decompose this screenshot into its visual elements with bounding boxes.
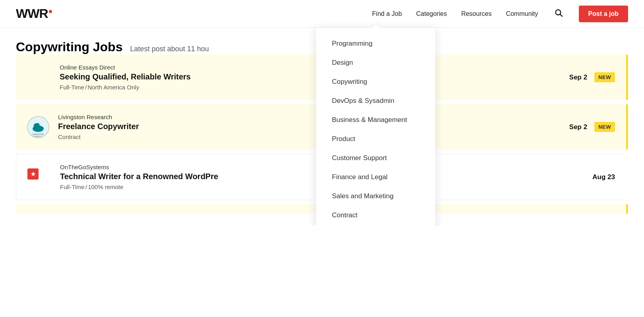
- logo-text: WWR: [16, 6, 48, 21]
- livingston-logo-svg: LIVINGSTON RESEARCH: [28, 117, 48, 137]
- job-title: Seeking Qualified, Reliable Writers: [60, 72, 569, 81]
- page-subtitle: Latest post about 11 hou: [130, 45, 209, 53]
- job-date: Aug 23: [592, 173, 615, 181]
- job-location: 100% remote: [88, 184, 123, 190]
- job-meta: Contract: [58, 133, 569, 140]
- dropdown-menu: Programming Design Copywriting DevOps & …: [316, 28, 435, 226]
- job-logo: LIVINGSTON RESEARCH: [27, 116, 49, 138]
- nav-find-a-job[interactable]: Find a Job: [372, 10, 402, 17]
- post-job-button[interactable]: Post a job: [579, 6, 628, 22]
- job-info: Livingston Research Freelance Copywriter…: [58, 114, 569, 140]
- main-nav: Find a Job Categories Resources Communit…: [372, 6, 628, 22]
- dropdown-arrow: [372, 24, 380, 28]
- job-meta-sep: /: [85, 84, 87, 91]
- search-icon: [554, 8, 563, 17]
- nav-community[interactable]: Community: [506, 10, 538, 17]
- category-contract[interactable]: Contract: [316, 206, 435, 225]
- logo-dot: [49, 10, 52, 13]
- job-type: Full-Time: [60, 184, 85, 190]
- job-meta: Full-Time/North America Only: [60, 84, 569, 91]
- job-info: Online Essays Direct Seeking Qualified, …: [60, 64, 569, 91]
- job-right: Sep 2 NEW: [569, 72, 615, 82]
- job-company: Online Essays Direct: [60, 64, 569, 71]
- category-all-other[interactable]: All Other: [316, 225, 435, 226]
- nav-resources[interactable]: Resources: [461, 10, 491, 17]
- job-title: Freelance Copywriter: [58, 122, 569, 131]
- category-product[interactable]: Product: [316, 130, 435, 149]
- job-right: Aug 23: [592, 173, 615, 181]
- logo[interactable]: WWR: [16, 6, 52, 21]
- new-badge: NEW: [594, 122, 615, 132]
- categories-dropdown: Programming Design Copywriting DevOps & …: [316, 24, 435, 226]
- category-business[interactable]: Business & Management: [316, 110, 435, 130]
- new-badge: NEW: [594, 72, 615, 82]
- category-design[interactable]: Design: [316, 53, 435, 72]
- header: WWR Find a Job Categories Resources Comm…: [0, 0, 644, 28]
- job-company: Livingston Research: [58, 114, 569, 120]
- category-finance-legal[interactable]: Finance and Legal: [316, 168, 435, 187]
- job-location: North America Only: [87, 84, 139, 91]
- category-devops[interactable]: DevOps & Sysadmin: [316, 91, 435, 110]
- category-sales-marketing[interactable]: Sales and Marketing: [316, 187, 435, 206]
- company-flag-icon: ★: [27, 168, 39, 180]
- category-copywriting[interactable]: Copywriting: [316, 72, 435, 91]
- job-type: Contract: [58, 133, 81, 140]
- page-title-text: Copywriting Jobs: [16, 40, 122, 54]
- nav-categories[interactable]: Categories: [416, 10, 447, 17]
- job-logo-placeholder: ★: [27, 165, 51, 189]
- job-logo-placeholder: [27, 66, 51, 89]
- job-meta-sep: /: [85, 184, 87, 190]
- category-programming[interactable]: Programming: [316, 34, 435, 53]
- svg-line-1: [560, 14, 562, 16]
- category-customer-support[interactable]: Customer Support: [316, 149, 435, 168]
- search-button[interactable]: [553, 7, 564, 21]
- job-right: Sep 2 NEW: [569, 122, 615, 132]
- job-date: Sep 2: [569, 73, 587, 81]
- svg-text:RESEARCH: RESEARCH: [33, 135, 41, 137]
- flag-star: ★: [31, 171, 36, 177]
- job-type: Full-Time: [60, 84, 84, 91]
- job-date: Sep 2: [569, 123, 587, 131]
